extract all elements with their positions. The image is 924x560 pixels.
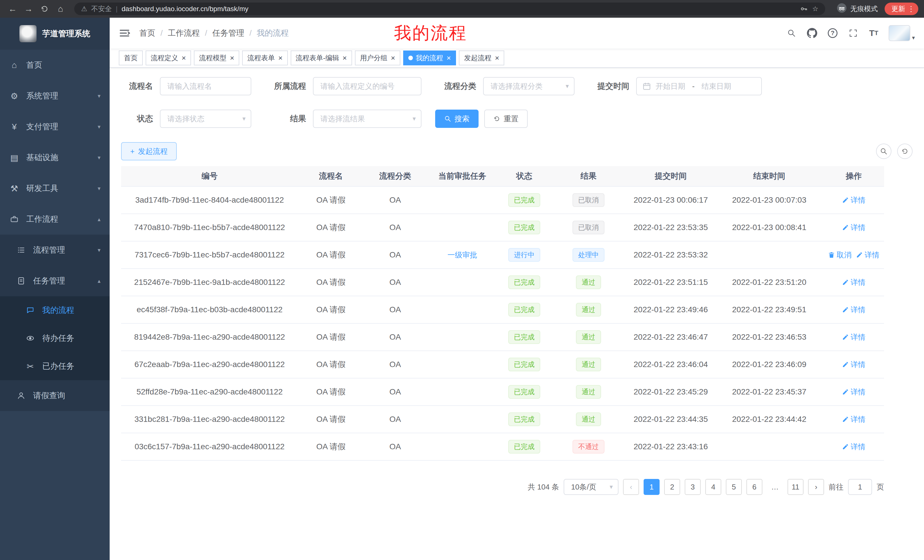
close-icon[interactable]: × (447, 54, 451, 61)
detail-link[interactable]: 详情 (842, 359, 866, 370)
sidebar-item-devtools[interactable]: ⚒ 研发工具 ▾ (0, 173, 110, 204)
app-logo[interactable]: 芋道管理系统 (0, 18, 110, 49)
detail-link[interactable]: 详情 (842, 442, 866, 452)
sidebar-item-leave-query[interactable]: 请假查询 (0, 380, 110, 411)
close-icon[interactable]: × (391, 54, 395, 61)
detail-link[interactable]: 详情 (842, 387, 866, 397)
github-icon[interactable] (806, 27, 818, 39)
cell-actions: 详情 (824, 187, 884, 214)
page-button[interactable]: 2 (664, 479, 680, 495)
prev-page-button[interactable]: ‹ (623, 479, 639, 495)
tab-流程定义[interactable]: 流程定义× (146, 51, 191, 65)
forward-icon[interactable]: → (22, 2, 35, 16)
submit-time-range-picker[interactable]: 开始日期 - 结束日期 (636, 77, 762, 95)
sidebar-item-workflow[interactable]: 工作流程 ▴ (0, 204, 110, 235)
refresh-table-button[interactable] (897, 144, 913, 159)
page-button[interactable]: 1 (644, 479, 660, 495)
next-page-button[interactable]: › (808, 479, 824, 495)
show-search-button[interactable] (876, 144, 891, 159)
close-icon[interactable]: × (278, 54, 282, 61)
breadcrumb-item[interactable]: 工作流程 (168, 28, 200, 39)
help-icon[interactable]: ? (827, 27, 838, 39)
tab-发起流程[interactable]: 发起流程× (459, 51, 504, 65)
address-bar[interactable]: ⚠ 不安全 | dashboard.yudao.iocoder.cn/bpm/t… (74, 3, 825, 15)
detail-link[interactable]: 详情 (842, 305, 866, 315)
process-name-input[interactable] (160, 77, 251, 95)
category-select[interactable]: 请选择流程分类 ▾ (483, 77, 574, 95)
process-key-input[interactable] (313, 77, 422, 95)
sidebar-item-system[interactable]: ⚙ 系统管理 ▾ (0, 81, 110, 111)
sidebar-item-my-process[interactable]: 我的流程 (0, 296, 110, 324)
cell-end-time: 2022-01-22 23:45:37 (715, 379, 824, 405)
caret-down-icon: ▾ (912, 34, 915, 41)
process-table: 编号流程名流程分类当前审批任务状态结果提交时间结束时间操作 3ad174fb-7… (121, 166, 884, 461)
back-icon[interactable]: ← (6, 2, 20, 16)
close-icon[interactable]: × (230, 54, 234, 61)
detail-link[interactable]: 详情 (842, 277, 866, 287)
detail-link[interactable]: 详情 (856, 250, 879, 260)
detail-link[interactable]: 详情 (842, 415, 866, 424)
sidebar-item-todo-tasks[interactable]: 待办任务 (0, 324, 110, 352)
user-avatar[interactable]: ▾ (889, 25, 915, 41)
tab-流程表单[interactable]: 流程表单× (242, 51, 288, 65)
reset-button[interactable]: 重置 (484, 109, 528, 128)
reload-icon[interactable] (38, 2, 51, 16)
tab-流程模型[interactable]: 流程模型× (194, 51, 239, 65)
cell-current-task: 一级审批 (427, 241, 498, 268)
menu-dots-icon[interactable]: ⋮ (908, 4, 915, 13)
home-icon[interactable]: ⌂ (54, 2, 68, 16)
cell-process-name: OA 请假 (298, 379, 364, 405)
table-row: ec45f38f-7b9a-11ec-b03b-acde48001122OA 请… (121, 296, 884, 324)
close-icon[interactable]: × (343, 54, 347, 61)
tab-用户分组[interactable]: 用户分组× (355, 51, 400, 65)
sidebar-item-task-management[interactable]: 任务管理 ▴ (0, 265, 110, 296)
page-button[interactable]: 5 (726, 479, 742, 495)
status-tag: 已完成 (508, 276, 540, 289)
cell-result: 已取消 (550, 187, 627, 214)
sidebar-item-infrastructure[interactable]: ▤ 基础设施 ▾ (0, 142, 110, 173)
result-select[interactable]: 请选择流结果 ▾ (313, 109, 422, 128)
column-header: 结束时间 (715, 166, 824, 186)
search-button[interactable]: 搜索 (435, 109, 478, 128)
cell-submit-time: 2022-01-23 00:06:17 (627, 187, 715, 214)
sidebar-item-payment[interactable]: ¥ 支付管理 ▾ (0, 111, 110, 142)
detail-link[interactable]: 详情 (842, 223, 866, 233)
star-icon[interactable]: ☆ (812, 5, 818, 13)
fullscreen-icon[interactable] (848, 27, 859, 39)
close-icon[interactable]: × (495, 54, 499, 61)
page-button[interactable]: 6 (746, 479, 762, 495)
tab-我的流程[interactable]: 我的流程× (403, 51, 456, 65)
cell-process-name: OA 请假 (298, 296, 364, 323)
tab-流程表单-编辑[interactable]: 流程表单-编辑× (291, 51, 352, 65)
sidebar-item-done-tasks[interactable]: ✂ 已办任务 (0, 352, 110, 380)
key-icon[interactable] (800, 4, 808, 13)
cell-id: ec45f38f-7b9a-11ec-b03b-acde48001122 (121, 296, 298, 323)
search-icon[interactable] (786, 27, 797, 39)
page-size-select[interactable]: 10条/页 ▾ (564, 479, 618, 495)
page-button[interactable]: 11 (788, 479, 804, 495)
update-button[interactable]: 更新 ⋮ (885, 3, 918, 15)
page-button[interactable]: 3 (685, 479, 701, 495)
approval-task-link[interactable]: 一级审批 (447, 250, 477, 260)
create-process-button[interactable]: + 发起流程 (121, 142, 177, 160)
font-size-icon[interactable]: TT (868, 27, 879, 39)
detail-link[interactable]: 详情 (842, 332, 866, 342)
tab-首页[interactable]: 首页 (119, 51, 143, 65)
page-button[interactable]: 4 (705, 479, 721, 495)
cell-result: 不通过 (550, 433, 627, 460)
status-tag: 已完成 (508, 330, 540, 344)
breadcrumb-item[interactable]: 任务管理 (213, 28, 244, 39)
close-icon[interactable]: × (182, 54, 186, 61)
detail-link[interactable]: 详情 (842, 195, 866, 205)
goto-page-input[interactable] (848, 479, 872, 495)
sidebar-item-process-management[interactable]: 流程管理 ▾ (0, 235, 110, 265)
incognito-icon (837, 3, 847, 15)
cancel-link[interactable]: 取消 (828, 250, 852, 260)
sidebar-item-home[interactable]: ⌂ 首页 (0, 49, 110, 81)
breadcrumb-item[interactable]: 首页 (140, 28, 155, 39)
chevron-down-icon: ▾ (98, 154, 100, 161)
status-select[interactable]: 请选择状态 ▾ (160, 109, 251, 128)
tool-icon: ⚒ (9, 184, 20, 193)
hamburger-icon[interactable] (119, 27, 130, 39)
page-ellipsis[interactable]: … (767, 479, 783, 495)
